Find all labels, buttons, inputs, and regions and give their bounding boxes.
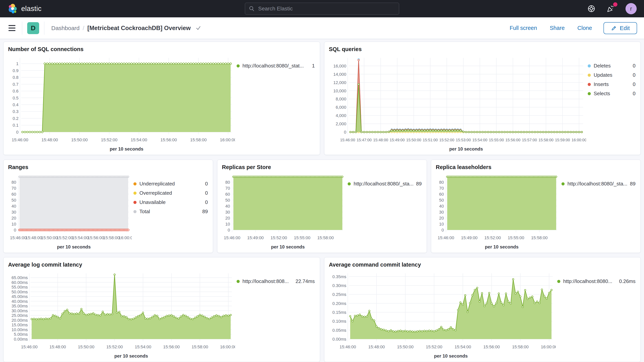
legend-item[interactable]: Total89 [134,208,208,214]
dashboard-row-2: Ranges 15:46:0015:48:0015:50:0015:52:001… [3,160,641,253]
legend-item[interactable]: Unavailable0 [134,199,208,205]
edit-button[interactable]: Edit [604,22,637,34]
legend-item[interactable]: Deletes0 [588,63,636,69]
svg-text:16:00:00: 16:00:00 [118,235,132,240]
user-avatar[interactable]: r [626,3,637,14]
svg-text:15:56:00: 15:56:00 [163,344,180,349]
search-input[interactable] [258,6,396,12]
area-chart-ranges[interactable]: 15:46:0015:48:0015:50:0015:52:0015:54:00… [7,171,132,250]
svg-text:0.7: 0.7 [12,82,18,87]
svg-text:15:47:00: 15:47:00 [356,138,372,142]
area-chart-replica-leaseholders[interactable]: 15:46:0015:49:0015:52:0015:55:0015:58:00… [435,171,560,250]
svg-text:0: 0 [442,228,444,232]
share-button[interactable]: Share [548,25,566,32]
notification-badge [613,2,618,6]
panel-number-of-sql-connections: Number of SQL connections 15:46:0015:48:… [3,42,320,155]
edit-button-label: Edit [620,25,630,32]
svg-text:0: 0 [228,228,230,232]
legend-item[interactable]: http://localhost:808...22.74ms [236,278,315,284]
area-chart-command-commit-latency[interactable]: 15:46:0015:48:0015:50:0015:52:0015:54:00… [328,269,556,359]
news-button[interactable] [606,4,615,13]
chart-legend: Deletes0Updates0Inserts0Selects0 [586,53,637,152]
svg-text:10.00ms: 10.00ms [12,327,28,332]
legend-item[interactable]: http://localhost:8080...0.26ms [557,278,636,284]
svg-text:70: 70 [439,186,444,191]
svg-text:15:58:00: 15:58:00 [192,344,208,349]
svg-text:15:58:00: 15:58:00 [317,235,334,240]
legend-series-value: 89 [416,181,422,187]
panel-average-command-commit-latency: Average command commit latency 15:46:001… [324,257,641,362]
chart-legend: Underreplicated0Overreplicated0Unavailab… [132,171,209,250]
svg-text:15:52:00: 15:52:00 [106,344,123,349]
svg-text:15:49:00: 15:49:00 [247,235,264,240]
area-chart-replicas-per-store[interactable]: 15:46:0015:49:0015:52:0015:55:0015:58:00… [221,171,346,250]
full-screen-button[interactable]: Full screen [508,25,538,32]
legend-series-label: http://localhost:8080/_sta... [568,181,627,187]
legend-item[interactable]: Inserts0 [588,81,636,87]
help-button[interactable] [587,4,596,13]
legend-item[interactable]: Underreplicated0 [134,181,208,187]
dashboard-toolbar: D Dashboard / [Metricbeat CockroachDB] O… [0,17,644,39]
clone-button[interactable]: Clone [576,25,593,32]
svg-text:5.00ms: 5.00ms [14,332,28,337]
svg-text:10,000: 10,000 [333,88,346,93]
legend-series-value: 0 [205,181,208,187]
title-menu-caret-icon[interactable] [195,25,202,32]
legend-item[interactable]: Overreplicated0 [134,190,208,196]
svg-text:70: 70 [226,186,230,191]
legend-item[interactable]: http://localhost:8080/_sta...89 [348,181,422,187]
svg-text:15:52:00: 15:52:00 [101,138,118,142]
chart-legend: http://localhost:8080/_sta...89 [560,171,637,250]
panel-average-log-commit-latency: Average log commit latency 15:46:0015:48… [3,257,320,362]
legend-item[interactable]: http://localhost:8080/_sta...89 [562,181,636,187]
panel-ranges: Ranges 15:46:0015:48:0015:50:0015:52:001… [3,160,213,253]
svg-text:15:55:00: 15:55:00 [489,138,504,142]
svg-text:15:52:00: 15:52:00 [270,235,287,240]
menu-button[interactable] [7,24,17,32]
legend-series-dot [588,74,591,77]
legend-series-label: http://localhost:8080/_sta... [354,181,414,187]
legend-series-label: Unavailable [140,199,202,205]
svg-text:50: 50 [226,198,230,202]
svg-text:0.05ms: 0.05ms [332,328,346,333]
svg-text:30.00ms: 30.00ms [12,308,28,313]
svg-text:0.5: 0.5 [12,96,18,100]
svg-text:0.2: 0.2 [12,116,18,121]
panel-sql-queries: SQL queries 15:46:0015:47:0015:48:0015:4… [324,42,641,155]
svg-text:15:50:00: 15:50:00 [78,344,94,349]
svg-text:per 10 seconds: per 10 seconds [485,244,519,250]
svg-text:0.9: 0.9 [12,68,18,73]
legend-series-value: 0 [205,190,208,196]
area-chart-sql-connections[interactable]: 15:46:0015:48:0015:50:0015:52:0015:54:00… [7,53,235,152]
legend-series-dot [134,210,136,213]
svg-text:45.00ms: 45.00ms [12,294,28,299]
legend-item[interactable]: Updates0 [588,72,636,78]
breadcrumb-dashboard[interactable]: Dashboard [51,25,80,32]
legend-item[interactable]: Selects0 [588,90,636,96]
svg-text:15:46:00: 15:46:00 [12,138,28,142]
svg-text:65.00ms: 65.00ms [12,275,28,280]
legend-item[interactable]: http://localhost:8080/_stat...1 [236,63,315,69]
space-avatar[interactable]: D [27,22,39,34]
legend-series-value: 0.26ms [619,278,636,284]
legend-series-label: Selects [594,90,630,96]
svg-text:15:46:00: 15:46:00 [438,235,454,240]
breadcrumb: Dashboard / [Metricbeat CockroachDB] Ove… [51,25,202,32]
svg-text:per 10 seconds: per 10 seconds [434,353,468,358]
elastic-logo[interactable]: elastic [7,3,42,14]
svg-text:40.00ms: 40.00ms [12,299,28,304]
legend-series-label: Overreplicated [140,190,202,196]
svg-text:15:50:00: 15:50:00 [41,235,58,240]
svg-text:14,000: 14,000 [333,72,346,77]
svg-text:15:52:00: 15:52:00 [439,138,454,142]
svg-text:15:51:00: 15:51:00 [423,138,438,142]
area-chart-sql-queries[interactable]: 15:46:0015:47:0015:48:0015:49:0015:50:00… [328,53,586,152]
svg-text:0.15ms: 0.15ms [332,310,346,315]
area-chart-log-commit-latency[interactable]: 15:46:0015:48:0015:50:0015:52:0015:54:00… [7,269,235,359]
svg-text:16:00:00: 16:00:00 [220,138,235,142]
svg-text:50: 50 [12,198,16,202]
svg-text:50.00ms: 50.00ms [12,290,28,294]
svg-text:16:00:00: 16:00:00 [220,344,235,349]
svg-text:15:52:00: 15:52:00 [56,235,73,240]
global-search[interactable] [245,3,399,15]
